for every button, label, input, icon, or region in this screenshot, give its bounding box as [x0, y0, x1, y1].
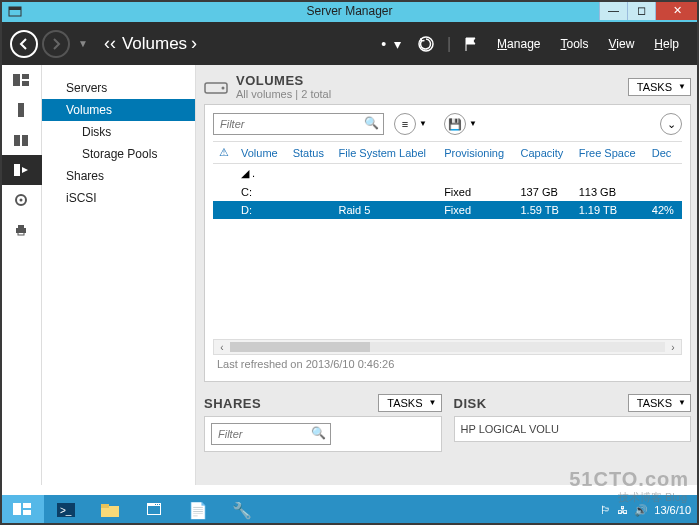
task-powershell[interactable]: >_: [44, 495, 88, 525]
breadcrumb-dropdown-icon[interactable]: • ▾: [381, 36, 401, 52]
services-icon[interactable]: [0, 185, 42, 215]
window-buttons: — ◻ ✕: [599, 0, 699, 20]
sidenav-servers[interactable]: Servers: [42, 77, 195, 99]
forward-button[interactable]: [42, 30, 70, 58]
tray-flag-icon[interactable]: 🏳: [600, 504, 611, 516]
window-title: Server Manager: [306, 4, 392, 18]
task-app2[interactable]: 📄: [176, 495, 220, 525]
svg-rect-17: [13, 503, 21, 515]
disk-title: DISK: [454, 396, 487, 411]
minimize-button[interactable]: —: [599, 0, 627, 20]
search-icon[interactable]: 🔍: [364, 116, 379, 130]
sidenav-iscsi[interactable]: iSCSI: [42, 187, 195, 209]
menu-view[interactable]: View: [609, 37, 635, 51]
svg-rect-18: [23, 503, 31, 508]
all-servers-icon[interactable]: [0, 125, 42, 155]
sidenav-disks[interactable]: Disks: [42, 121, 195, 143]
task-app1[interactable]: 🗔: [132, 495, 176, 525]
tray-network-icon[interactable]: 🖧: [617, 504, 628, 516]
sidenav-storage-pools[interactable]: Storage Pools: [42, 143, 195, 165]
svg-rect-9: [14, 164, 20, 176]
sidenav: Servers Volumes Disks Storage Pools Shar…: [42, 65, 196, 485]
menu-help[interactable]: Help: [654, 37, 679, 51]
volumes-filter-input[interactable]: [213, 113, 384, 135]
col-status[interactable]: Status: [287, 142, 333, 164]
save-query-button[interactable]: 💾▼: [444, 113, 466, 135]
disk-name: HP LOGICAL VOLU: [461, 423, 685, 435]
titlebar: Server Manager — ◻ ✕: [0, 0, 699, 22]
task-app3[interactable]: 🔧: [220, 495, 264, 525]
volumes-table: ⚠ Volume Status File System Label Provis…: [213, 141, 682, 219]
col-provisioning[interactable]: Provisioning: [438, 142, 514, 164]
taskbar: >_ 🗔 📄 🔧 🏳 🖧 🔊 13/6/10: [0, 495, 699, 525]
back-button[interactable]: [10, 30, 38, 58]
col-capacity[interactable]: Capacity: [515, 142, 573, 164]
expand-button[interactable]: ⌄: [660, 113, 682, 135]
svg-point-16: [222, 86, 225, 89]
maximize-button[interactable]: ◻: [627, 0, 655, 20]
sidenav-shares[interactable]: Shares: [42, 165, 195, 187]
shares-tasks-button[interactable]: TASKS: [378, 394, 441, 412]
local-server-icon[interactable]: [0, 95, 42, 125]
app-icon: [4, 0, 26, 22]
volumes-tasks-button[interactable]: TASKS: [628, 78, 691, 96]
disk-tasks-button[interactable]: TASKS: [628, 394, 691, 412]
col-freespace[interactable]: Free Space: [573, 142, 646, 164]
col-dedup[interactable]: Dec: [646, 142, 682, 164]
search-icon[interactable]: 🔍: [311, 426, 326, 440]
tray-sound-icon[interactable]: 🔊: [634, 504, 648, 517]
volumes-panel: 🔍 ≡▼ 💾▼ ⌄ ⚠ Volume Status File System La…: [204, 104, 691, 382]
tray-date[interactable]: 13/6/10: [654, 504, 691, 516]
svg-rect-4: [22, 74, 29, 79]
separator: |: [447, 35, 451, 53]
col-volume[interactable]: Volume: [235, 142, 287, 164]
scroll-thumb[interactable]: [230, 342, 370, 352]
group-toggle-icon[interactable]: ◢: [241, 167, 249, 179]
svg-point-11: [20, 199, 23, 202]
shares-title: SHARES: [204, 396, 261, 411]
scroll-right-icon[interactable]: ›: [665, 342, 681, 353]
close-button[interactable]: ✕: [655, 0, 699, 20]
volumes-icon: [204, 78, 228, 96]
breadcrumb-caret: ›: [191, 33, 197, 54]
left-icon-strip: [0, 65, 42, 485]
svg-rect-6: [18, 103, 24, 117]
svg-rect-7: [14, 135, 20, 146]
svg-rect-19: [23, 510, 31, 515]
svg-rect-5: [22, 81, 29, 86]
volumes-section: VOLUMES All volumes | 2 total TASKS 🔍 ≡▼…: [204, 73, 691, 382]
col-fslabel[interactable]: File System Label: [333, 142, 439, 164]
header-bar: ▼ ‹‹ Volumes › • ▾ | Manage Tools View H…: [0, 22, 699, 65]
task-server-manager[interactable]: [0, 495, 44, 525]
col-warn[interactable]: ⚠: [213, 142, 235, 164]
table-row[interactable]: D: Raid 5 Fixed 1.59 TB 1.19 TB 42%: [213, 201, 682, 219]
dashboard-icon[interactable]: [0, 65, 42, 95]
svg-rect-14: [18, 232, 24, 235]
svg-rect-8: [22, 135, 28, 146]
svg-rect-13: [18, 225, 24, 228]
sidenav-volumes[interactable]: Volumes: [42, 99, 195, 121]
menu-tools[interactable]: Tools: [560, 37, 588, 51]
breadcrumb[interactable]: Volumes: [122, 34, 187, 54]
scroll-left-icon[interactable]: ‹: [214, 342, 230, 353]
volumes-title: VOLUMES: [236, 73, 331, 88]
flag-icon[interactable]: [463, 36, 479, 52]
file-storage-icon[interactable]: [0, 155, 42, 185]
volumes-subtitle: All volumes | 2 total: [236, 88, 331, 100]
disk-section: DISK TASKS HP LOGICAL VOLU: [454, 394, 692, 452]
svg-text:>_: >_: [60, 505, 72, 516]
group-row[interactable]: ◢ .: [213, 164, 682, 184]
shares-section: SHARES TASKS 🔍: [204, 394, 442, 452]
last-refreshed: Last refreshed on 2013/6/10 0:46:26: [213, 355, 682, 373]
svg-rect-1: [9, 7, 21, 10]
table-row[interactable]: C: Fixed 137 GB 113 GB: [213, 183, 682, 201]
svg-rect-3: [13, 74, 20, 86]
history-dropdown[interactable]: ▼: [78, 38, 88, 49]
horizontal-scrollbar[interactable]: ‹ ›: [213, 339, 682, 355]
task-explorer[interactable]: [88, 495, 132, 525]
svg-rect-23: [101, 504, 109, 508]
menu-manage[interactable]: Manage: [497, 37, 540, 51]
refresh-icon[interactable]: [417, 35, 435, 53]
views-button[interactable]: ≡▼: [394, 113, 416, 135]
print-icon[interactable]: [0, 215, 42, 245]
